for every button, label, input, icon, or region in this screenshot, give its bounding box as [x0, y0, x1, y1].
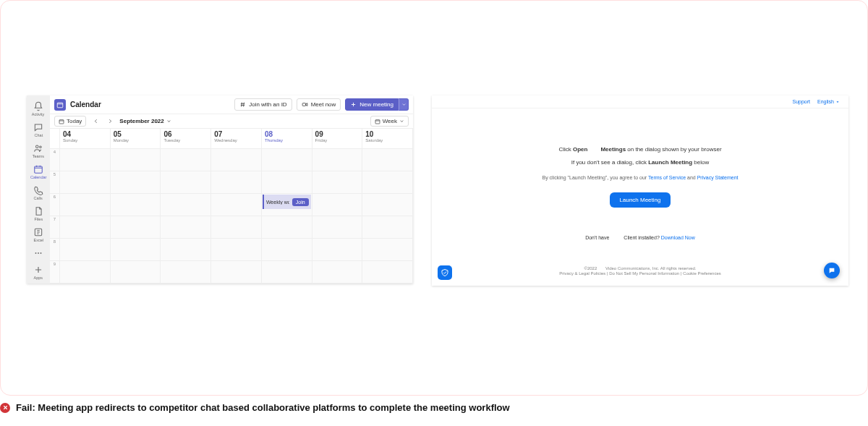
rail-label: Calendar	[30, 175, 46, 179]
support-link[interactable]: Support	[793, 99, 811, 104]
chat-icon	[33, 122, 43, 132]
launcher-line3: By clicking "Launch Meeting", you agree …	[542, 175, 739, 180]
rail-calls[interactable]: Calls	[27, 182, 50, 203]
hour-label: 6	[50, 194, 60, 216]
rail-app-pinned[interactable]: Excel	[27, 224, 50, 245]
launch-meeting-button[interactable]: Launch Meeting	[610, 192, 671, 208]
example-frame: Activity Chat Teams Calendar Calls	[0, 0, 868, 396]
rail-label: Apps	[34, 276, 43, 280]
hour-label: 7	[50, 216, 60, 238]
file-icon	[33, 206, 43, 216]
svg-point-6	[41, 252, 42, 254]
svg-point-4	[35, 252, 37, 254]
teams-calendar-screenshot: Activity Chat Teams Calendar Calls	[27, 95, 413, 284]
calendar-event[interactable]: Weekly work status Join	[263, 195, 311, 209]
launcher-topbar: Support English	[432, 95, 848, 108]
svg-rect-10	[302, 103, 306, 106]
rail-calendar[interactable]: Calendar	[27, 161, 50, 182]
new-meeting-dropdown[interactable]	[399, 98, 409, 111]
svg-point-0	[36, 145, 39, 148]
plus-icon	[350, 101, 357, 108]
join-with-id-button[interactable]: Join with an ID	[234, 98, 292, 111]
day-header: 05Monday	[111, 129, 161, 148]
fail-icon	[0, 403, 10, 413]
button-label: Today	[67, 118, 82, 124]
chevron-down-icon	[166, 119, 171, 124]
next-week-button[interactable]	[105, 116, 115, 127]
language-picker[interactable]: English	[817, 99, 840, 104]
chevron-down-icon	[399, 119, 404, 124]
button-label: Meet now	[311, 101, 336, 108]
svg-rect-11	[59, 119, 64, 123]
bell-icon	[33, 101, 43, 111]
hour-label: 5	[50, 171, 60, 193]
day-header-row: 04Sunday 05Monday 06Tuesday 07Wednesday …	[50, 129, 413, 149]
svg-rect-9	[57, 103, 63, 108]
more-icon	[33, 248, 43, 258]
day-header: 06Tuesday	[161, 129, 211, 148]
rail-teams[interactable]: Teams	[27, 140, 50, 161]
meet-now-button[interactable]: Meet now	[297, 98, 341, 111]
calendar-small-icon	[375, 119, 380, 124]
calendar-subheader: Today September 2022 Week	[50, 114, 413, 129]
hour-label: 8	[50, 239, 60, 260]
calendar-cell[interactable]: Weekly work status Join	[262, 194, 312, 216]
caret-down-icon	[835, 100, 840, 104]
caption-text: Fail: Meeting app redirects to competito…	[16, 402, 510, 413]
figure-caption: Fail: Meeting app redirects to competito…	[0, 402, 510, 413]
hash-icon	[239, 101, 246, 108]
hour-label: 9	[50, 261, 60, 283]
button-label: Join with an ID	[249, 101, 286, 108]
rail-label: Excel	[33, 238, 43, 242]
new-meeting-button[interactable]: New meeting	[345, 98, 399, 111]
event-join-button[interactable]: Join	[292, 198, 309, 206]
language-label: English	[817, 99, 834, 104]
teams-app-rail: Activity Chat Teams Calendar Calls	[27, 95, 50, 284]
svg-rect-2	[35, 166, 43, 173]
rail-chat[interactable]: Chat	[27, 119, 50, 140]
video-icon	[302, 101, 308, 108]
view-label: Week	[383, 118, 397, 124]
rail-more[interactable]	[27, 245, 50, 262]
launcher-footer: ©2022 Video Communications, Inc. All rig…	[432, 266, 848, 276]
prev-week-button[interactable]	[90, 116, 101, 127]
launcher-line2: If you don't see a dialog, click Launch …	[571, 159, 710, 166]
chevron-left-icon	[93, 118, 99, 124]
day-header: 04Sunday	[60, 129, 111, 148]
calendar-header: Calendar Join with an ID Meet now New me…	[50, 95, 413, 114]
rail-label: Chat	[34, 133, 43, 137]
event-title: Weekly work status	[266, 200, 289, 205]
shield-check-icon	[441, 268, 449, 277]
day-header: 10Saturday	[362, 129, 413, 148]
rail-label: Files	[34, 217, 43, 221]
rail-files[interactable]: Files	[27, 203, 50, 224]
chevron-down-icon	[401, 102, 407, 107]
month-picker[interactable]: September 2022	[119, 118, 171, 124]
svg-point-1	[40, 146, 42, 148]
rail-label: Activity	[32, 112, 44, 116]
rail-label: Calls	[34, 196, 43, 200]
rail-help[interactable]: Help	[27, 283, 50, 284]
rail-activity[interactable]: Activity	[27, 98, 50, 119]
svg-point-5	[38, 252, 39, 254]
help-chat-fab[interactable]	[824, 263, 840, 278]
download-link[interactable]: Download Now	[661, 235, 695, 240]
button-label: New meeting	[359, 101, 393, 108]
privacy-link[interactable]: Privacy Statement	[697, 175, 739, 180]
day-header: 07Wednesday	[211, 129, 262, 148]
download-prompt: Don't have Client installed? Download No…	[432, 235, 848, 240]
day-header-today: 08Thursday	[262, 129, 312, 148]
hour-label: 4	[50, 149, 60, 171]
view-switcher[interactable]: Week	[370, 116, 409, 127]
day-header: 09Friday	[312, 129, 363, 148]
rail-label: Teams	[33, 154, 44, 158]
month-label: September 2022	[119, 118, 163, 124]
security-badge[interactable]	[438, 265, 452, 280]
today-button[interactable]: Today	[54, 116, 86, 127]
plus-icon	[33, 265, 43, 275]
rail-apps[interactable]: Apps	[27, 262, 50, 283]
svg-rect-12	[375, 119, 380, 123]
phone-icon	[33, 185, 43, 195]
calendar-icon	[33, 164, 43, 174]
tos-link[interactable]: Terms of Service	[648, 175, 686, 180]
